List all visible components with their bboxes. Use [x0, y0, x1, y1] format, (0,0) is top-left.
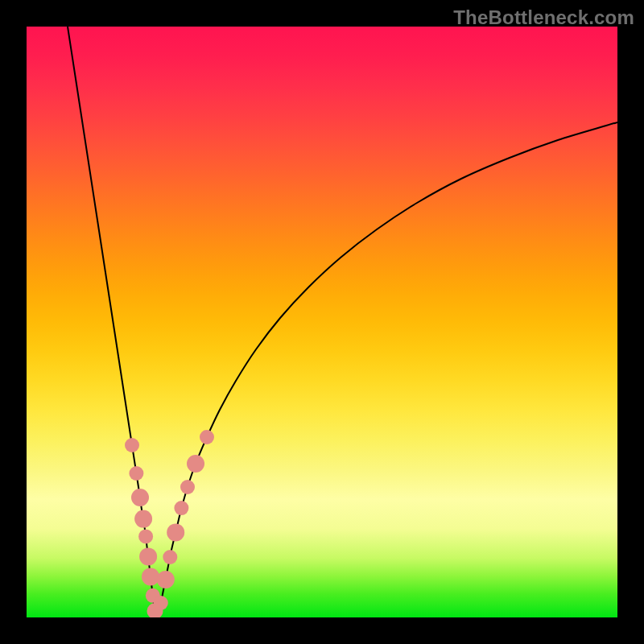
bead-left-5: [139, 547, 157, 565]
bead-right-2: [163, 550, 177, 564]
bead-left-3: [134, 510, 152, 528]
bead-left-6: [142, 568, 159, 585]
bead-right-7: [200, 430, 214, 444]
watermark-text: TheBottleneck.com: [453, 6, 634, 29]
right-curve: [157, 122, 617, 617]
plot-area: [27, 27, 617, 617]
bead-left-0: [125, 438, 139, 452]
bead-right-1: [157, 571, 175, 588]
bead-left-1: [129, 466, 143, 481]
bead-left-2: [131, 489, 149, 506]
bead-right-6: [187, 455, 204, 473]
bead-left-4: [138, 529, 153, 543]
bead-right-0: [154, 596, 168, 610]
bead-right-4: [174, 501, 188, 515]
bead-group: [125, 430, 214, 617]
bead-right-5: [180, 480, 195, 494]
chart-svg: [27, 27, 617, 617]
left-curve: [68, 27, 157, 617]
bead-right-3: [167, 523, 184, 541]
chart-container: TheBottleneck.com: [0, 0, 644, 644]
